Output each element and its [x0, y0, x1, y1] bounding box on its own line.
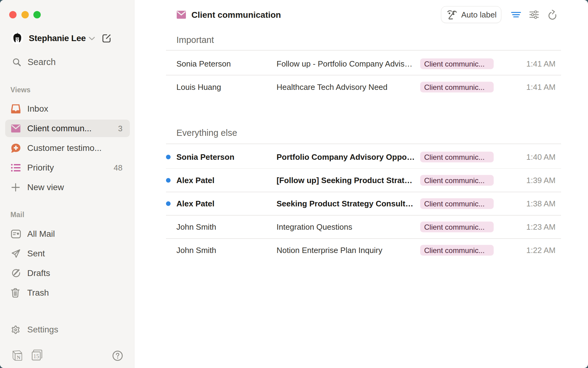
svg-text:15: 15	[33, 353, 39, 359]
svg-text:N: N	[17, 355, 21, 360]
